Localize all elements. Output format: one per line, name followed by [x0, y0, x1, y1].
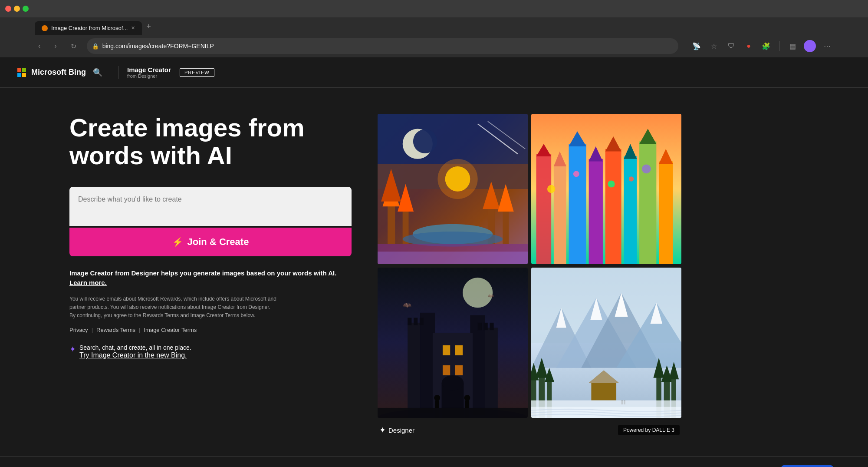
privacy-link[interactable]: Privacy	[69, 327, 88, 333]
feedback-button[interactable]: 💬 Feedback	[781, 465, 833, 467]
join-create-label: Join & Create	[187, 236, 249, 248]
svg-point-4	[437, 159, 477, 199]
title-bar	[0, 0, 868, 17]
extensions-icon[interactable]: 🧩	[760, 40, 772, 52]
user-avatar[interactable]	[804, 40, 816, 52]
gallery-image-1	[378, 114, 528, 264]
svg-rect-25	[554, 164, 566, 264]
browser-chrome: Image Creator from Microsof... ✕ + ‹ › ↻…	[0, 0, 868, 57]
hero-title: Create images from words with AI	[69, 114, 352, 169]
description-text: Image Creator from Designer helps you ge…	[69, 268, 352, 288]
divider	[779, 41, 779, 51]
gallery-grid: 🦇 🦇	[378, 114, 681, 439]
svg-point-65	[442, 375, 464, 391]
bolt-icon: ⚡	[172, 237, 183, 247]
minimize-button[interactable]	[14, 6, 20, 12]
svg-rect-56	[420, 318, 424, 325]
left-panel: Create images from words with AI ⚡ Join …	[69, 114, 352, 359]
forward-button[interactable]: ›	[51, 40, 60, 52]
maximize-button[interactable]	[23, 6, 29, 12]
new-bing-promo: ✦ Search, chat, and create, all in one p…	[69, 344, 352, 359]
nav-divider	[118, 66, 118, 79]
cast-icon[interactable]: 📡	[690, 40, 703, 52]
designer-badge: ✦ Designer	[379, 425, 414, 435]
address-bar: ‹ › ↻ 🔒 📡 ☆ 🛡 ● 🧩 ▤ ⋯	[0, 35, 868, 57]
svg-rect-21	[378, 252, 528, 264]
svg-point-40	[573, 171, 579, 177]
svg-rect-35	[639, 141, 656, 264]
svg-rect-71	[378, 408, 528, 418]
star-icon[interactable]: ☆	[708, 40, 720, 52]
gallery-footer: ✦ Designer Powered by DALL·E 3	[378, 421, 681, 439]
designer-label: Designer	[388, 427, 414, 434]
svg-point-42	[629, 176, 634, 182]
join-create-button[interactable]: ⚡ Join & Create	[69, 228, 352, 256]
new-bing-text-block: Search, chat, and create, all in one pla…	[79, 344, 191, 359]
nav-logo: Microsoft Bing	[17, 68, 86, 77]
svg-rect-94	[591, 383, 616, 400]
fantasy-landscape-image	[378, 114, 528, 264]
new-tab-button[interactable]: +	[143, 19, 155, 35]
navbar: Microsoft Bing 🔍 Image Creator from Desi…	[0, 57, 868, 88]
svg-rect-37	[659, 162, 673, 264]
sidebar-icon[interactable]: ▤	[786, 40, 799, 52]
learn-more-link[interactable]: Learn more.	[69, 279, 107, 286]
back-button[interactable]: ‹	[35, 40, 44, 52]
dalle-badge: Powered by DALL·E 3	[618, 425, 680, 435]
small-print: You will receive emails about Microsoft …	[69, 295, 278, 320]
terms-links: Privacy | Rewards Terms | Image Creator …	[69, 327, 352, 333]
try-new-bing-link[interactable]: Try Image Creator in the new Bing.	[79, 351, 191, 359]
reload-button[interactable]: ↻	[67, 40, 80, 52]
svg-rect-33	[624, 156, 637, 264]
page: Microsoft Bing 🔍 Image Creator from Desi…	[0, 57, 868, 467]
svg-rect-9	[388, 204, 395, 244]
svg-rect-27	[569, 144, 586, 264]
shield-icon[interactable]: 🛡	[725, 40, 737, 52]
gallery-image-2	[531, 114, 681, 264]
svg-point-39	[547, 185, 555, 193]
menu-icon[interactable]: ⋯	[821, 40, 833, 52]
svg-rect-61	[455, 345, 463, 355]
rewards-terms-link[interactable]: Rewards Terms	[96, 327, 135, 333]
svg-point-45	[463, 278, 493, 308]
active-tab[interactable]: Image Creator from Microsof... ✕	[35, 21, 142, 35]
designer-icon: ✦	[379, 425, 386, 435]
close-button[interactable]	[5, 6, 11, 12]
svg-rect-16	[503, 209, 509, 244]
svg-rect-62	[443, 365, 450, 375]
svg-rect-29	[589, 159, 603, 264]
image-creator-title: Image Creator	[127, 66, 171, 73]
image-creator-label: Image Creator from Designer	[127, 66, 171, 79]
svg-text:🦇: 🦇	[403, 301, 412, 309]
address-input-wrap: 🔒	[87, 38, 678, 54]
svg-text:🦇: 🦇	[488, 293, 494, 299]
gallery-image-4	[531, 268, 681, 418]
dark-castle-image: 🦇 🦇	[378, 268, 528, 418]
svg-point-6	[413, 129, 437, 153]
search-icon[interactable]: 🔍	[93, 68, 102, 77]
prompt-input[interactable]	[69, 187, 352, 226]
colorful-city-image	[531, 114, 681, 264]
svg-rect-55	[414, 318, 418, 325]
tab-bar: Image Creator from Microsof... ✕ +	[0, 17, 868, 35]
snowy-mountains-image	[531, 268, 681, 418]
svg-rect-63	[455, 365, 463, 375]
svg-rect-57	[478, 323, 482, 330]
svg-rect-54	[408, 318, 411, 325]
address-input[interactable]	[102, 43, 673, 50]
promo-text: Search, chat, and create, all in one pla…	[79, 344, 191, 351]
svg-point-67	[434, 395, 440, 401]
svg-rect-31	[605, 149, 621, 264]
svg-rect-58	[484, 323, 488, 330]
gallery-image-3: 🦇 🦇	[378, 268, 528, 418]
svg-rect-59	[490, 323, 493, 330]
svg-rect-23	[536, 154, 552, 264]
color-icon[interactable]: ●	[743, 40, 755, 52]
svg-point-41	[608, 180, 615, 187]
svg-rect-60	[443, 345, 450, 355]
tab-title: Image Creator from Microsof...	[51, 25, 128, 31]
svg-point-69	[464, 395, 470, 401]
toolbar-icons: 📡 ☆ 🛡 ● 🧩 ▤ ⋯	[690, 40, 833, 52]
tab-close-button[interactable]: ✕	[131, 25, 135, 31]
creator-terms-link[interactable]: Image Creator Terms	[144, 327, 197, 333]
